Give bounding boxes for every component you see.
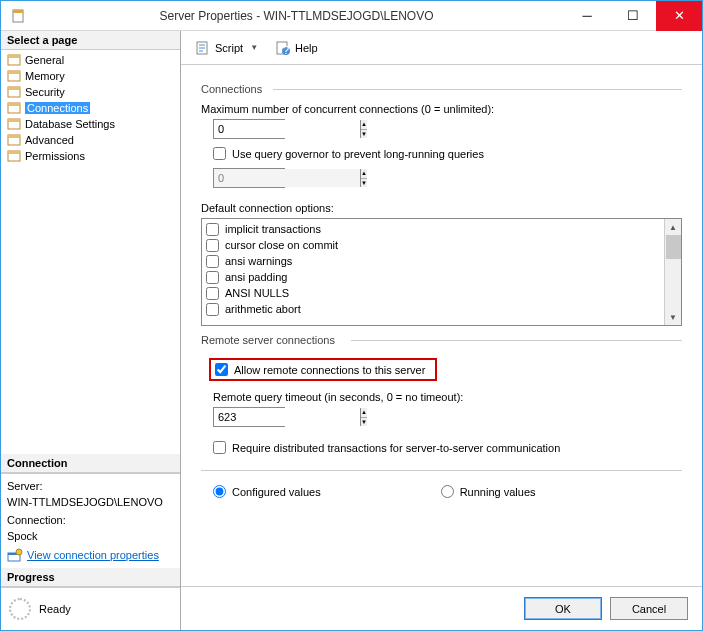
window-title: Server Properties - WIN-TTLMDSEJOGD\LENO…	[29, 9, 564, 23]
remote-timeout-input[interactable]: ▲▼	[213, 407, 285, 427]
spinner-buttons[interactable]: ▲▼	[360, 408, 367, 426]
page-item-connections[interactable]: Connections	[1, 100, 180, 116]
progress-section: Ready	[1, 587, 180, 630]
page-icon	[7, 53, 21, 67]
scrollbar[interactable]: ▲ ▼	[664, 219, 681, 325]
connection-properties-icon	[7, 548, 23, 562]
form-area: Connections Maximum number of concurrent…	[181, 65, 702, 586]
allow-remote-checkbox[interactable]	[215, 363, 228, 376]
progress-status: Ready	[39, 603, 71, 615]
max-connections-field[interactable]	[214, 120, 360, 138]
page-icon	[7, 133, 21, 147]
option-label: arithmetic abort	[225, 301, 301, 317]
use-governor-checkbox[interactable]	[213, 147, 226, 160]
page-icon	[7, 117, 21, 131]
page-icon	[7, 101, 21, 115]
page-label: Database Settings	[25, 118, 115, 130]
page-item-advanced[interactable]: Advanced	[1, 132, 180, 148]
svg-rect-1	[13, 10, 23, 13]
help-button[interactable]: ? Help	[271, 38, 322, 58]
svg-rect-9	[8, 103, 20, 106]
option-label: ansi padding	[225, 269, 287, 285]
remote-timeout-field[interactable]	[214, 408, 360, 426]
list-item[interactable]: ansi padding	[206, 269, 660, 285]
option-checkbox[interactable]	[206, 303, 219, 316]
allow-remote-highlight: Allow remote connections to this server	[209, 358, 437, 381]
page-label: General	[25, 54, 64, 66]
close-button[interactable]: ✕	[656, 1, 702, 31]
left-panel: Select a page General Memory Security Co…	[1, 31, 181, 630]
spinner-buttons: ▲▼	[360, 169, 367, 187]
page-icon	[7, 69, 21, 83]
server-label: Server:	[7, 480, 174, 492]
ok-button[interactable]: OK	[524, 597, 602, 620]
toolbar: Script ▼ ? Help	[181, 31, 702, 65]
option-checkbox[interactable]	[206, 255, 219, 268]
svg-rect-5	[8, 71, 20, 74]
view-connection-properties-link[interactable]: View connection properties	[27, 549, 159, 561]
script-button[interactable]: Script ▼	[191, 38, 265, 58]
page-icon	[7, 149, 21, 163]
connection-value: Spock	[7, 530, 174, 542]
option-label: implicit transactions	[225, 221, 321, 237]
connection-label: Connection:	[7, 514, 174, 526]
remote-timeout-label: Remote query timeout (in seconds, 0 = no…	[213, 391, 682, 403]
help-label: Help	[295, 42, 318, 54]
titlebar: Server Properties - WIN-TTLMDSEJOGD\LENO…	[1, 1, 702, 31]
page-item-permissions[interactable]: Permissions	[1, 148, 180, 164]
list-item[interactable]: implicit transactions	[206, 221, 660, 237]
app-icon	[7, 5, 29, 27]
use-governor-label: Use query governor to prevent long-runni…	[232, 148, 484, 160]
scroll-up-icon[interactable]: ▲	[665, 219, 681, 235]
option-label: ANSI NULLS	[225, 285, 289, 301]
option-checkbox[interactable]	[206, 223, 219, 236]
script-label: Script	[215, 42, 243, 54]
option-checkbox[interactable]	[206, 271, 219, 284]
configured-values-radio[interactable]: Configured values	[213, 485, 321, 498]
list-item[interactable]: cursor close on commit	[206, 237, 660, 253]
svg-rect-3	[8, 55, 20, 58]
progress-spinner-icon	[9, 598, 31, 620]
list-item[interactable]: ansi warnings	[206, 253, 660, 269]
connection-section: Server: WIN-TTLMDSEJOGD\LENOVO Connectio…	[1, 473, 180, 568]
list-item[interactable]: ANSI NULLS	[206, 285, 660, 301]
cancel-button[interactable]: Cancel	[610, 597, 688, 620]
list-item[interactable]: arithmetic abort	[206, 301, 660, 317]
spinner-buttons[interactable]: ▲▼	[360, 120, 367, 138]
max-connections-input[interactable]: ▲▼	[213, 119, 285, 139]
require-distributed-checkbox[interactable]	[213, 441, 226, 454]
page-label: Memory	[25, 70, 65, 82]
require-distributed-label: Require distributed transactions for ser…	[232, 442, 560, 454]
page-item-general[interactable]: General	[1, 52, 180, 68]
option-checkbox[interactable]	[206, 239, 219, 252]
default-options-listbox[interactable]: implicit transactions cursor close on co…	[201, 218, 682, 326]
minimize-button[interactable]: ─	[564, 1, 610, 31]
configured-values-input[interactable]	[213, 485, 226, 498]
page-label: Advanced	[25, 134, 74, 146]
max-connections-label: Maximum number of concurrent connections…	[201, 103, 682, 115]
running-values-label: Running values	[460, 486, 536, 498]
page-item-security[interactable]: Security	[1, 84, 180, 100]
svg-rect-13	[8, 135, 20, 138]
chevron-down-icon[interactable]: ▼	[247, 43, 261, 52]
option-checkbox[interactable]	[206, 287, 219, 300]
page-label: Permissions	[25, 150, 85, 162]
maximize-button[interactable]: ☐	[610, 1, 656, 31]
governor-cost-input: ▲▼	[213, 168, 285, 188]
page-list: General Memory Security Connections Data…	[1, 50, 180, 166]
svg-text:?: ?	[283, 44, 289, 56]
running-values-radio[interactable]: Running values	[441, 485, 536, 498]
connection-heading: Connection	[1, 454, 180, 473]
right-panel: Script ▼ ? Help Connections Maximum numb…	[181, 31, 702, 630]
running-values-input[interactable]	[441, 485, 454, 498]
select-page-heading: Select a page	[1, 31, 180, 50]
page-label: Security	[25, 86, 65, 98]
svg-rect-11	[8, 119, 20, 122]
server-value: WIN-TTLMDSEJOGD\LENOVO	[7, 496, 174, 508]
page-item-database-settings[interactable]: Database Settings	[1, 116, 180, 132]
scroll-down-icon[interactable]: ▼	[665, 309, 681, 325]
scroll-thumb[interactable]	[666, 235, 681, 259]
dialog-footer: OK Cancel	[181, 586, 702, 630]
page-label: Connections	[25, 102, 90, 114]
page-item-memory[interactable]: Memory	[1, 68, 180, 84]
